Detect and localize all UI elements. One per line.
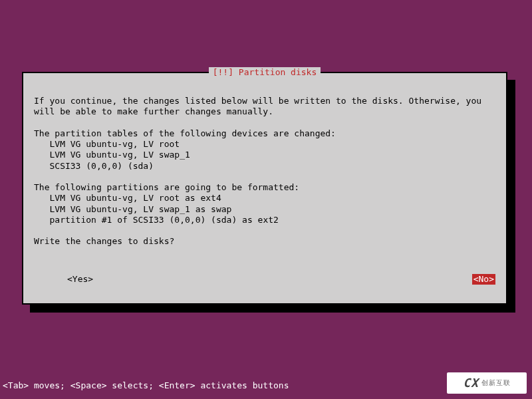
confirm-question: Write the changes to disks? <box>34 236 174 246</box>
no-button[interactable]: <No> <box>472 274 495 285</box>
format-item: partition #1 of SCSI33 (0,0,0) (sda) as … <box>49 215 278 225</box>
dialog-buttons: <Yes> <No> <box>34 274 495 285</box>
intro-text: If you continue, the changes listed belo… <box>34 96 481 116</box>
yes-button[interactable]: <Yes> <box>34 274 93 285</box>
tables-header: The partition tables of the following de… <box>34 128 336 138</box>
tables-item: LVM VG ubuntu-vg, LV swap_1 <box>49 150 190 160</box>
format-header: The following partitions are going to be… <box>34 182 299 192</box>
partition-dialog: [!!] Partition disks If you continue, th… <box>22 72 507 305</box>
footer-hint: <Tab> moves; <Space> selects; <Enter> ac… <box>3 380 289 391</box>
watermark: CX 创新互联 <box>447 372 527 394</box>
tables-item: LVM VG ubuntu-vg, LV root <box>49 139 180 149</box>
watermark-text: 创新互联 <box>481 379 511 388</box>
watermark-logo: CX <box>463 376 479 391</box>
format-item: LVM VG ubuntu-vg, LV swap_1 as swap <box>49 204 231 214</box>
format-item: LVM VG ubuntu-vg, LV root as ext4 <box>49 193 221 203</box>
tables-item: SCSI33 (0,0,0) (sda) <box>49 161 154 171</box>
dialog-body: If you continue, the changes listed belo… <box>34 96 495 247</box>
dialog-title: [!!] Partition disks <box>209 67 321 78</box>
